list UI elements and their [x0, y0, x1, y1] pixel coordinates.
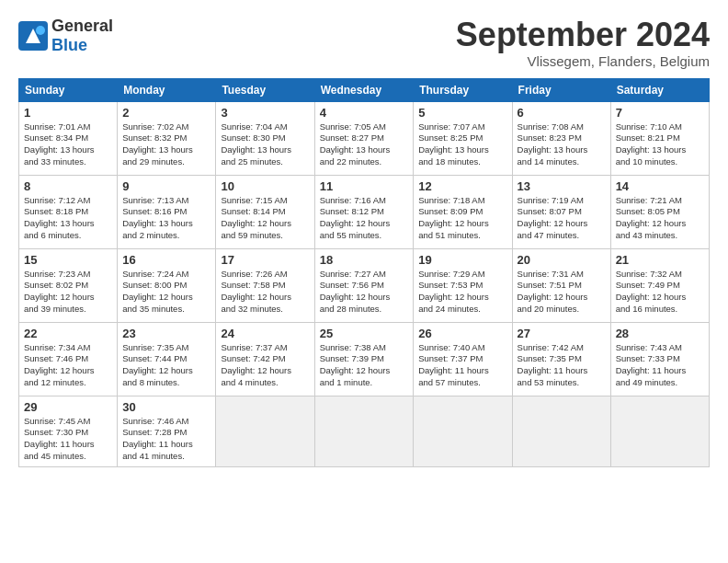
day-info: Sunrise: 7:23 AMSunset: 8:02 PMDaylight:…: [24, 269, 112, 316]
page: General Blue September 2024 Vlissegem, F…: [0, 0, 728, 563]
header: General Blue September 2024 Vlissegem, F…: [18, 17, 710, 69]
calendar-cell: 8Sunrise: 7:12 AMSunset: 8:18 PMDaylight…: [19, 175, 118, 248]
calendar-cell: 10Sunrise: 7:15 AMSunset: 8:14 PMDayligh…: [216, 175, 314, 248]
calendar-cell: 6Sunrise: 7:08 AMSunset: 8:23 PMDaylight…: [512, 101, 610, 175]
day-number: 1: [24, 106, 112, 120]
calendar-cell: 14Sunrise: 7:21 AMSunset: 8:05 PMDayligh…: [610, 175, 709, 248]
calendar-cell: 7Sunrise: 7:10 AMSunset: 8:21 PMDaylight…: [610, 101, 709, 175]
day-info: Sunrise: 7:19 AMSunset: 8:07 PMDaylight:…: [518, 195, 606, 242]
calendar-header-wednesday: Wednesday: [314, 78, 414, 101]
location: Vlissegem, Flanders, Belgium: [456, 53, 710, 69]
day-number: 12: [418, 179, 506, 193]
day-number: 3: [221, 106, 309, 120]
calendar-cell: 16Sunrise: 7:24 AMSunset: 8:00 PMDayligh…: [118, 248, 216, 322]
day-number: 21: [616, 253, 704, 267]
day-info: Sunrise: 7:10 AMSunset: 8:21 PMDaylight:…: [616, 121, 704, 168]
calendar-cell: 21Sunrise: 7:32 AMSunset: 7:49 PMDayligh…: [610, 248, 709, 322]
day-number: 19: [418, 253, 506, 267]
calendar-cell: [216, 396, 314, 466]
calendar-cell: 30Sunrise: 7:46 AMSunset: 7:28 PMDayligh…: [118, 396, 216, 466]
calendar-cell: 29Sunrise: 7:45 AMSunset: 7:30 PMDayligh…: [19, 396, 118, 466]
day-info: Sunrise: 7:21 AMSunset: 8:05 PMDaylight:…: [616, 195, 704, 242]
calendar-cell: [610, 396, 709, 466]
day-number: 9: [122, 179, 210, 193]
day-number: 4: [320, 106, 409, 120]
calendar-header-saturday: Saturday: [610, 78, 709, 101]
day-info: Sunrise: 7:27 AMSunset: 7:56 PMDaylight:…: [320, 269, 409, 316]
calendar-cell: 18Sunrise: 7:27 AMSunset: 7:56 PMDayligh…: [314, 248, 414, 322]
logo: General Blue: [18, 17, 113, 55]
day-info: Sunrise: 7:37 AMSunset: 7:42 PMDaylight:…: [221, 342, 309, 389]
logo-icon: [18, 21, 48, 51]
day-number: 6: [518, 106, 606, 120]
day-info: Sunrise: 7:05 AMSunset: 8:27 PMDaylight:…: [320, 121, 409, 168]
calendar-cell: 24Sunrise: 7:37 AMSunset: 7:42 PMDayligh…: [216, 322, 314, 396]
day-info: Sunrise: 7:29 AMSunset: 7:53 PMDaylight:…: [418, 269, 506, 316]
calendar-header-monday: Monday: [118, 78, 216, 101]
day-number: 20: [518, 253, 606, 267]
calendar-week-2: 8Sunrise: 7:12 AMSunset: 8:18 PMDaylight…: [19, 175, 710, 248]
calendar-cell: 25Sunrise: 7:38 AMSunset: 7:39 PMDayligh…: [314, 322, 414, 396]
calendar-cell: 2Sunrise: 7:02 AMSunset: 8:32 PMDaylight…: [118, 101, 216, 175]
calendar-week-4: 22Sunrise: 7:34 AMSunset: 7:46 PMDayligh…: [19, 322, 710, 396]
day-info: Sunrise: 7:24 AMSunset: 8:00 PMDaylight:…: [122, 269, 210, 316]
day-info: Sunrise: 7:40 AMSunset: 7:37 PMDaylight:…: [418, 342, 506, 389]
logo-blue-text: Blue: [51, 36, 87, 54]
calendar-cell: 27Sunrise: 7:42 AMSunset: 7:35 PMDayligh…: [512, 322, 610, 396]
calendar-header-friday: Friday: [512, 78, 610, 101]
logo-general-text: General: [51, 17, 113, 35]
day-info: Sunrise: 7:45 AMSunset: 7:30 PMDaylight:…: [24, 416, 112, 463]
day-number: 30: [122, 400, 210, 414]
day-number: 24: [221, 327, 309, 340]
day-info: Sunrise: 7:46 AMSunset: 7:28 PMDaylight:…: [122, 416, 210, 463]
day-number: 5: [418, 106, 506, 120]
day-info: Sunrise: 7:34 AMSunset: 7:46 PMDaylight:…: [24, 342, 112, 389]
day-number: 13: [518, 179, 606, 193]
day-info: Sunrise: 7:07 AMSunset: 8:25 PMDaylight:…: [418, 121, 506, 168]
calendar-week-3: 15Sunrise: 7:23 AMSunset: 8:02 PMDayligh…: [19, 248, 710, 322]
day-number: 8: [24, 179, 112, 193]
day-number: 2: [122, 106, 210, 120]
day-info: Sunrise: 7:15 AMSunset: 8:14 PMDaylight:…: [221, 195, 309, 242]
day-number: 26: [418, 327, 506, 340]
day-number: 17: [221, 253, 309, 267]
day-number: 11: [320, 179, 409, 193]
day-number: 27: [518, 327, 606, 340]
calendar-cell: 11Sunrise: 7:16 AMSunset: 8:12 PMDayligh…: [314, 175, 414, 248]
calendar-cell: 23Sunrise: 7:35 AMSunset: 7:44 PMDayligh…: [118, 322, 216, 396]
calendar-header-sunday: Sunday: [19, 78, 118, 101]
day-info: Sunrise: 7:02 AMSunset: 8:32 PMDaylight:…: [122, 121, 210, 168]
day-number: 29: [24, 400, 112, 414]
day-info: Sunrise: 7:35 AMSunset: 7:44 PMDaylight:…: [122, 342, 210, 389]
day-number: 14: [616, 179, 704, 193]
title-block: September 2024 Vlissegem, Flanders, Belg…: [456, 17, 710, 69]
day-number: 16: [122, 253, 210, 267]
day-number: 23: [122, 327, 210, 340]
calendar-week-1: 1Sunrise: 7:01 AMSunset: 8:34 PMDaylight…: [19, 101, 710, 175]
day-info: Sunrise: 7:42 AMSunset: 7:35 PMDaylight:…: [518, 342, 606, 389]
calendar-cell: 3Sunrise: 7:04 AMSunset: 8:30 PMDaylight…: [216, 101, 314, 175]
calendar-cell: 13Sunrise: 7:19 AMSunset: 8:07 PMDayligh…: [512, 175, 610, 248]
calendar-week-5: 29Sunrise: 7:45 AMSunset: 7:30 PMDayligh…: [19, 396, 710, 466]
calendar-cell: 12Sunrise: 7:18 AMSunset: 8:09 PMDayligh…: [414, 175, 512, 248]
calendar-cell: 17Sunrise: 7:26 AMSunset: 7:58 PMDayligh…: [216, 248, 314, 322]
calendar-header-tuesday: Tuesday: [216, 78, 314, 101]
calendar-cell: 19Sunrise: 7:29 AMSunset: 7:53 PMDayligh…: [414, 248, 512, 322]
calendar-cell: 9Sunrise: 7:13 AMSunset: 8:16 PMDaylight…: [118, 175, 216, 248]
day-info: Sunrise: 7:43 AMSunset: 7:33 PMDaylight:…: [616, 342, 704, 389]
day-info: Sunrise: 7:12 AMSunset: 8:18 PMDaylight:…: [24, 195, 112, 242]
calendar-cell: 5Sunrise: 7:07 AMSunset: 8:25 PMDaylight…: [414, 101, 512, 175]
calendar-cell: [414, 396, 512, 466]
day-number: 18: [320, 253, 409, 267]
calendar-header-row: SundayMondayTuesdayWednesdayThursdayFrid…: [19, 78, 710, 101]
month-title: September 2024: [456, 17, 710, 53]
day-number: 15: [24, 253, 112, 267]
svg-point-2: [36, 26, 45, 35]
calendar-cell: 20Sunrise: 7:31 AMSunset: 7:51 PMDayligh…: [512, 248, 610, 322]
day-info: Sunrise: 7:26 AMSunset: 7:58 PMDaylight:…: [221, 269, 309, 316]
calendar-cell: [512, 396, 610, 466]
day-info: Sunrise: 7:38 AMSunset: 7:39 PMDaylight:…: [320, 342, 409, 389]
calendar-cell: [314, 396, 414, 466]
day-info: Sunrise: 7:04 AMSunset: 8:30 PMDaylight:…: [221, 121, 309, 168]
calendar-cell: 28Sunrise: 7:43 AMSunset: 7:33 PMDayligh…: [610, 322, 709, 396]
